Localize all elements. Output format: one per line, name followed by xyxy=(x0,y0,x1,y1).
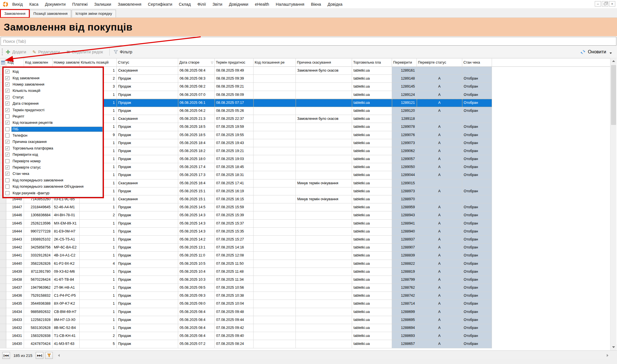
cell-redemption[interactable] xyxy=(254,67,296,75)
cell-receipt_state[interactable]: Отобран xyxy=(462,91,492,99)
cell-verify[interactable]: 1288819 xyxy=(392,268,417,276)
cell-order_number[interactable]: 8X-0P-K7-K2 xyxy=(53,300,80,308)
cell-status[interactable]: Продаж xyxy=(117,220,178,228)
cell-platform[interactable]: tabletki.ua xyxy=(352,284,392,292)
row-indicator[interactable] xyxy=(0,276,6,284)
scroll-right-button[interactable] xyxy=(605,352,610,359)
cell-expiry[interactable]: 07.08.2025 18:45 xyxy=(215,163,254,171)
cell-reason[interactable] xyxy=(296,300,352,308)
cell-verify_status[interactable]: А xyxy=(417,91,462,99)
cell-platform[interactable]: tabletki.ua xyxy=(352,139,392,147)
cell-redemption[interactable] xyxy=(254,75,296,83)
cell-redemption[interactable] xyxy=(254,268,296,276)
cell-order_code[interactable]: 1947963962 xyxy=(24,284,53,292)
cell-expiry[interactable]: 07.08.2025 10:56 xyxy=(215,284,254,292)
column-chooser-item[interactable]: ✓Перевірити код xyxy=(4,151,103,158)
cell-qty[interactable]: 5 xyxy=(80,340,117,348)
cell-reason[interactable]: Минув термін очікування xyxy=(296,179,352,187)
column-header-receipt_state[interactable]: Стан чека xyxy=(462,58,492,66)
column-header-order_number[interactable]: Номер замовленн xyxy=(53,58,80,66)
menu-item-Замовлення[interactable]: Замовлення xyxy=(118,2,141,7)
cell-status[interactable]: Скасування xyxy=(117,195,178,203)
cell-code[interactable]: 16446 xyxy=(6,211,24,219)
cell-created[interactable]: 05.08.2025 14:3 xyxy=(178,220,215,228)
cell-qty[interactable]: 1 xyxy=(80,203,117,211)
cell-expiry[interactable]: 07.08.2025 15:59 xyxy=(215,203,254,211)
cell-verify_status[interactable]: А xyxy=(417,139,462,147)
cell-code[interactable]: 16437 xyxy=(6,284,24,292)
cell-redemption[interactable] xyxy=(254,324,296,332)
cell-verify[interactable]: 1288762 xyxy=(392,284,417,292)
cell-created[interactable]: 05.08.2025 09:3 xyxy=(178,292,215,300)
cell-reason[interactable]: Замовлення було скасов xyxy=(296,67,352,75)
cell-verify_status[interactable]: А xyxy=(417,75,462,83)
cell-receipt_state[interactable] xyxy=(462,115,492,123)
column-chooser-item[interactable]: Коди рахунків -фактур xyxy=(4,190,103,196)
cell-order_number[interactable]: C1-P4-PC-P5 xyxy=(53,292,80,300)
cell-receipt_state[interactable]: Отобран xyxy=(462,260,492,268)
cell-created[interactable]: 05.08.2025 18:4 xyxy=(178,139,215,147)
cell-status[interactable]: Продаж xyxy=(117,203,178,211)
cell-receipt_state[interactable]: Отобран xyxy=(462,292,492,300)
cell-order_number[interactable]: MX-EM-89-X1 xyxy=(53,220,80,228)
cell-verify_status[interactable]: А xyxy=(417,220,462,228)
cell-receipt_state[interactable]: Отобран xyxy=(462,139,492,147)
cell-verify_status[interactable]: А xyxy=(417,252,462,260)
cell-created[interactable]: 05.08.2025 18:5 xyxy=(178,131,215,139)
cell-expiry[interactable]: 07.08.2025 12:08 xyxy=(215,252,254,260)
table-row[interactable]: 1644133329126244B-1H-A1-C21Продаж05.08.2… xyxy=(0,252,610,260)
cell-verify_status[interactable]: А xyxy=(417,332,462,340)
cell-verify[interactable]: 1289124 xyxy=(392,91,417,99)
column-chooser-item[interactable]: ✓Торговельна платформа xyxy=(4,145,103,151)
cell-verify[interactable]: 1289078 xyxy=(392,123,417,131)
filter-button[interactable]: Фільтр xyxy=(114,50,132,54)
cell-reason[interactable] xyxy=(296,236,352,244)
cell-receipt_state[interactable]: Отобран xyxy=(462,187,492,195)
cell-code[interactable]: 16440 xyxy=(6,260,24,268)
cell-created[interactable]: 05.08.2025 14:5 xyxy=(178,203,215,211)
cell-verify[interactable]: 1289118 xyxy=(392,115,417,123)
cell-created[interactable]: 05.08.2025 16:4 xyxy=(178,179,215,187)
tab-Замовлення[interactable]: Замовлення xyxy=(1,10,29,17)
cell-order_number[interactable]: 4H-BH-78-01 xyxy=(53,211,80,219)
cell-platform[interactable]: tabletki.ua xyxy=(352,187,392,195)
cell-code[interactable]: 16439 xyxy=(6,268,24,276)
checkbox-unchecked[interactable] xyxy=(5,159,9,163)
column-header-reason[interactable]: Причина скасування xyxy=(296,58,352,66)
cell-platform[interactable]: tabletki.ua xyxy=(352,99,392,107)
checkbox-checked[interactable]: ✓ xyxy=(5,121,9,125)
cell-status[interactable]: Продаж xyxy=(117,91,178,99)
cell-code[interactable]: 16443 xyxy=(6,236,24,244)
cell-status[interactable]: Продаж xyxy=(117,147,178,155)
column-chooser-item[interactable]: Код попереднього замовлення Об'єднання xyxy=(4,183,103,190)
cell-verify_status[interactable]: А xyxy=(417,228,462,236)
scroll-left-button[interactable] xyxy=(56,352,62,359)
cell-created[interactable]: 05.08.2025 11:0 xyxy=(178,252,215,260)
cell-verify[interactable]: 1288941 xyxy=(392,220,417,228)
cell-status[interactable]: Продаж xyxy=(117,139,178,147)
cell-expiry[interactable]: 07.08.2025 16:19 xyxy=(215,187,254,195)
cell-verify_status[interactable]: А xyxy=(417,163,462,171)
cell-receipt_state[interactable]: Отобран xyxy=(462,276,492,284)
column-chooser-item[interactable]: ПІБ xyxy=(4,126,103,132)
cell-reason[interactable] xyxy=(296,308,352,316)
checkbox-checked[interactable]: ✓ xyxy=(5,82,9,86)
cell-expiry[interactable]: 07.08.2025 09:44 xyxy=(215,316,254,324)
cell-status[interactable]: Продаж xyxy=(117,155,178,163)
cell-verify_status[interactable]: А xyxy=(417,260,462,268)
cell-reason[interactable] xyxy=(296,324,352,332)
cell-verify[interactable]: 1289050 xyxy=(392,163,417,171)
cell-created[interactable]: 05.08.2025 13:1 xyxy=(178,244,215,252)
checkbox-checked[interactable]: ✓ xyxy=(5,165,9,169)
cell-reason[interactable] xyxy=(296,268,352,276)
cell-platform[interactable]: tabletki.ua xyxy=(352,276,392,284)
cell-created[interactable]: 05.08.2025 18:2 xyxy=(178,147,215,155)
cell-receipt_state[interactable]: Отобран xyxy=(462,107,492,115)
edit-button[interactable]: ✎ Редагувати xyxy=(33,49,60,55)
checkbox-checked[interactable]: ✓ xyxy=(5,172,9,176)
cell-order_code[interactable]: 3332912624 xyxy=(24,252,53,260)
cell-reason[interactable] xyxy=(296,155,352,163)
row-indicator[interactable] xyxy=(0,332,6,340)
cell-created[interactable]: 05.08.2025 18:5 xyxy=(178,123,215,131)
cell-code[interactable]: 16431 xyxy=(6,332,24,340)
